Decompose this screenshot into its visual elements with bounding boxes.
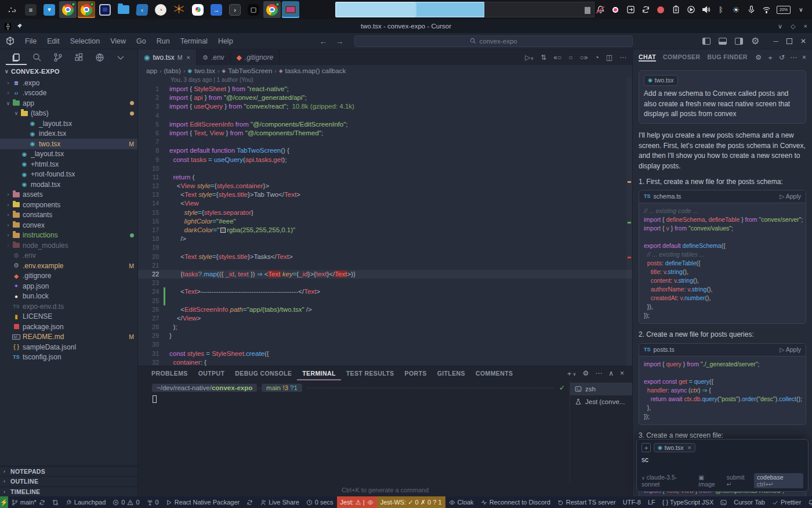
toggle-panel-icon[interactable] <box>719 38 727 45</box>
code-line-17[interactable]: 17 darkColor="rgba(255,255,255,0.1)" <box>138 226 632 235</box>
codebase-button[interactable]: codebase ctrl+↵ <box>754 473 803 488</box>
code-line-9[interactable]: 9 const tasks = useQuery(api.tasks.get); <box>138 156 632 164</box>
codelens[interactable]: You, 3 days ago | 1 author (You) <box>138 77 632 85</box>
explorer-header[interactable]: ∨ CONVEX-EXPO <box>0 65 137 78</box>
window-preview[interactable] <box>335 0 594 19</box>
fox-icon[interactable]: 🞵 <box>171 1 188 18</box>
code-line-1[interactable]: 1import { StyleSheet } from "react-nativ… <box>138 85 632 93</box>
panel-tab-gitlens[interactable]: GITLENS <box>432 366 470 380</box>
code-line-20[interactable]: 20 <Text style={styles.title}>Tasks</Tex… <box>138 253 632 261</box>
code-line-32[interactable]: 32 container: { <box>138 358 632 366</box>
statusbar-compare-icon[interactable] <box>49 496 62 508</box>
code-line-29[interactable]: 29} <box>138 332 632 340</box>
explorer-item-node_modules[interactable]: ›node_modules <box>0 240 137 251</box>
panel-tab-debug-console[interactable]: DEBUG CONSOLE <box>230 366 297 380</box>
statusbar-bell-icon[interactable] <box>804 496 812 508</box>
menu-go[interactable]: Go <box>131 37 151 45</box>
explorer-item-app[interactable]: ∨app <box>0 98 137 109</box>
shell-zsh[interactable]: zsh <box>570 383 632 395</box>
breadcrumb-tasks-map---callback[interactable]: ◈tasks.map() callback <box>279 67 346 74</box>
code-line-31[interactable]: 31const styles = StyleSheet.create({ <box>138 350 632 358</box>
chat-tab-composer[interactable]: COMPOSER <box>663 53 700 62</box>
statusbar-main[interactable]: main* <box>8 496 49 508</box>
explorer-item-_layout.tsx[interactable]: ◉_layout.tsx <box>0 149 137 160</box>
terminal-app-icon[interactable]: › <box>226 1 244 18</box>
remote-indicator[interactable]: ⚡ <box>0 496 8 508</box>
statusbar-live-share[interactable]: Live Share <box>256 496 303 508</box>
settings-icon[interactable]: ≡ <box>22 1 39 18</box>
code-line-30[interactable]: 30 <box>138 340 632 349</box>
panel-tab-comments[interactable]: COMMENTS <box>470 366 518 380</box>
command-center-search[interactable]: convex-expo <box>354 35 633 47</box>
submit-button[interactable]: submit ↵ <box>727 474 751 488</box>
chat-more-icon[interactable]: ⋯ <box>790 53 797 62</box>
context-pill[interactable]: ◉two.tsx <box>644 75 678 86</box>
gauge-icon[interactable]: ◔ <box>152 1 169 18</box>
screenshare-icon[interactable] <box>282 1 299 18</box>
explorer-item-bun.lock[interactable]: ●bun.lock <box>0 291 137 302</box>
forward-icon[interactable] <box>626 5 635 14</box>
window-preview-thumb[interactable] <box>335 2 416 17</box>
chat-input-text[interactable]: sc <box>641 456 803 473</box>
menu-view[interactable]: View <box>105 37 131 45</box>
explorer-item-index.tsx[interactable]: ◉index.tsx <box>0 129 137 139</box>
next-change-icon[interactable]: ○» <box>579 53 588 62</box>
restore-icon[interactable] <box>786 38 792 44</box>
panel-more-icon[interactable]: ⋯ <box>595 369 602 377</box>
explorer-item-sampleData.jsonl[interactable]: { }sampleData.jsonl <box>0 342 137 352</box>
statusbar-restart-ts-server[interactable]: Restart TS server <box>554 496 619 508</box>
panel-tab-problems[interactable]: PROBLEMS <box>146 366 193 380</box>
code-line-6[interactable]: 6import { Text, View } from "@/component… <box>138 129 632 138</box>
breadcrumb--tabs-[interactable]: (tabs) <box>164 67 181 74</box>
explorer-item-.env.example[interactable]: ⚙.env.exampleM <box>0 261 137 271</box>
split-editor-icon[interactable]: ◫ <box>606 53 612 62</box>
code-line-15[interactable]: 15 style={styles.separator} <box>138 208 632 217</box>
chat-input[interactable]: ＋ ◉two.tsx× sc ∨ claude-3.5-sonnet ▣ ima… <box>636 439 809 492</box>
explorer-item-components[interactable]: ›components <box>0 200 137 210</box>
code-line-5[interactable]: 5import EditScreenInfo from "@/component… <box>138 120 632 129</box>
run-circle-icon[interactable]: ◔ <box>594 53 599 62</box>
code-line-24[interactable]: 24 <Text>-------------------------------… <box>138 287 632 296</box>
sync-icon[interactable] <box>641 5 650 14</box>
menu-help[interactable]: Help <box>213 37 238 45</box>
brightness-icon[interactable]: ☀ <box>731 6 741 14</box>
code-line-4[interactable]: 4 <box>138 111 632 120</box>
statusbar-react-native-packager[interactable]: React Native Packager <box>162 496 244 508</box>
explorer-item-_layout.tsx[interactable]: ◉_layout.tsx <box>0 118 137 129</box>
statusbar-jest-ws-0-0-1[interactable]: Jest-WS: ✓ 0 ✗ 0 ? 1 <box>377 496 445 508</box>
shade-icon[interactable]: ∨ <box>778 23 782 30</box>
chrome-icon[interactable] <box>59 1 77 18</box>
chevron-down-icon[interactable]: ∨ <box>796 7 806 13</box>
app-store-icon[interactable]: ▾ <box>41 1 58 18</box>
code-line-10[interactable]: 10 <box>138 164 632 173</box>
statusbar-0-secs[interactable]: 0 secs <box>303 496 337 508</box>
breadcrumb-app[interactable]: app <box>146 67 157 74</box>
nav-forward-icon[interactable]: → <box>336 37 344 46</box>
panel-tab-terminal[interactable]: TERMINAL <box>297 366 340 380</box>
toggle-secondary-sidebar-icon[interactable] <box>735 38 743 45</box>
chevron-down-icon[interactable] <box>110 49 131 65</box>
statusbar-prettier[interactable]: Prettier <box>768 496 804 508</box>
breadcrumb-tabtwoscreen[interactable]: ◈TabTwoScreen <box>222 67 272 74</box>
panel-tab-ports[interactable]: PORTS <box>400 366 432 380</box>
explorer-item-instructions[interactable]: ›instructions <box>0 230 137 241</box>
code-line-27[interactable]: 27 </View> <box>138 314 632 323</box>
model-selector[interactable]: ∨ claude-3.5-sonnet <box>641 474 694 488</box>
statusbar-jest[interactable]: Jest: ⚠ | <box>337 496 377 508</box>
code-line-28[interactable]: 28 ); <box>138 323 632 332</box>
code-line-12[interactable]: 12 <View style={styles.container}> <box>138 182 632 190</box>
menu-terminal[interactable]: Terminal <box>175 37 213 45</box>
panel-close-icon[interactable]: × <box>620 369 624 377</box>
statusbar-reconnect-to-discord[interactable]: Reconnect to Discord <box>477 496 554 508</box>
statusbar-typescript-jsx[interactable]: { } TypeScript JSX <box>659 496 717 508</box>
code-line-23[interactable]: 23 <box>138 279 632 287</box>
share-app-icon[interactable]: → <box>208 1 225 18</box>
window-preview-thumb-2[interactable] <box>415 2 485 17</box>
editor-scrollbar[interactable] <box>626 77 632 366</box>
search-icon[interactable] <box>27 49 48 65</box>
chat-tab-chat[interactable]: CHAT <box>639 53 656 62</box>
bell-muted-icon[interactable] <box>596 5 605 14</box>
explorer-item-expo-env.d.ts[interactable]: TSexpo-env.d.ts <box>0 301 137 312</box>
panel-maximize-icon[interactable]: ∧ <box>608 369 614 377</box>
terminal[interactable]: ~/dev/react-native/convex-expo › main !3… <box>138 380 570 484</box>
